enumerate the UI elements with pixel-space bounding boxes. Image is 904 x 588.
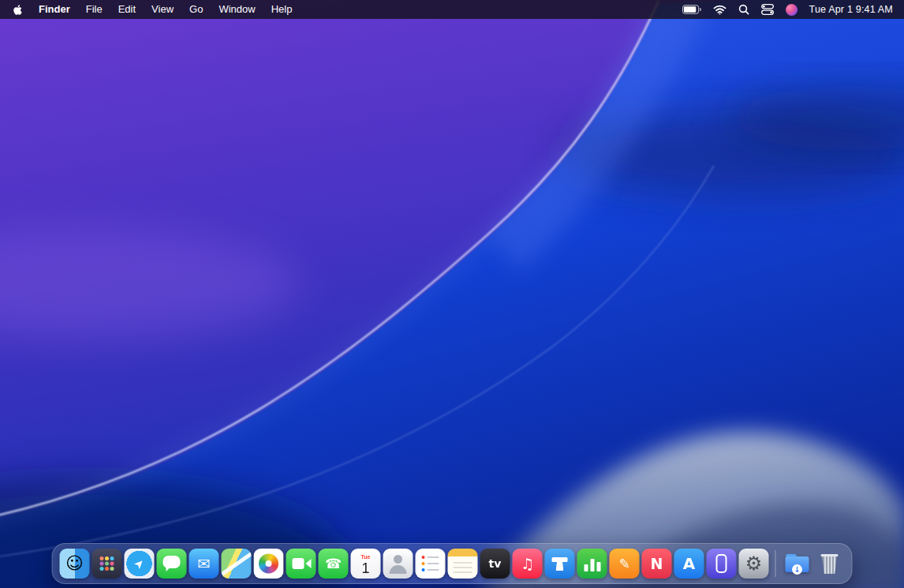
menu-view[interactable]: View <box>144 3 181 15</box>
safari-icon: ➤ <box>125 549 155 579</box>
menu-finder[interactable]: Finder <box>31 3 78 15</box>
messages-icon <box>157 549 187 579</box>
dock-facetime[interactable] <box>286 549 316 579</box>
apple-menu[interactable] <box>11 4 31 16</box>
dock-messages[interactable] <box>157 549 187 579</box>
macos-desktop: FinderFileEditViewGoWindowHelp <box>0 0 904 588</box>
dock-trash[interactable] <box>815 549 845 579</box>
dock-pages[interactable]: ✎ <box>610 549 640 579</box>
keynote-icon <box>545 549 575 579</box>
siri-icon[interactable] <box>786 4 798 16</box>
dock-notes[interactable] <box>448 549 478 579</box>
dock-divider <box>775 550 776 577</box>
dock-app-store[interactable]: A <box>674 549 704 579</box>
pages-glyph: ✎ <box>618 557 629 571</box>
desktop[interactable] <box>0 0 904 588</box>
photos-icon <box>254 549 284 579</box>
facetime-icon <box>286 549 316 579</box>
phone-glyph: ☎ <box>325 557 342 571</box>
dock-launchpad[interactable] <box>92 549 122 579</box>
trash-icon <box>815 549 845 579</box>
phone-icon: ☎ <box>319 549 349 579</box>
music-glyph: ♫ <box>521 556 534 571</box>
reminders-icon <box>416 549 446 579</box>
siri-orb <box>786 4 798 16</box>
dock-photos[interactable] <box>254 549 284 579</box>
tv-icon: tv <box>480 549 510 579</box>
news-glyph: N <box>651 556 663 571</box>
calendar-weekday: Tue <box>361 554 371 560</box>
menu-bar-clock[interactable]: Tue Apr 1 9:41 AM <box>809 4 893 15</box>
dock-numbers[interactable] <box>577 549 607 579</box>
dock-iphone-mirroring[interactable] <box>707 549 737 579</box>
pages-icon: ✎ <box>610 549 640 579</box>
mail-glyph: ✉ <box>198 556 211 571</box>
dock-mail[interactable]: ✉ <box>189 549 219 579</box>
menu-window[interactable]: Window <box>211 3 263 15</box>
apple-logo-icon <box>13 4 23 16</box>
menu-go[interactable]: Go <box>181 3 211 15</box>
maps-icon <box>222 549 252 579</box>
dock-maps[interactable] <box>222 549 252 579</box>
control-center-icon[interactable] <box>761 4 774 15</box>
dock-phone[interactable]: ☎ <box>319 549 349 579</box>
notes-icon <box>448 549 478 579</box>
wifi-icon[interactable] <box>713 5 727 15</box>
dock-downloads[interactable]: ↓ <box>783 549 812 579</box>
dock-finder[interactable]: ☺ <box>60 549 90 579</box>
menu-file[interactable]: File <box>78 3 110 15</box>
dock-keynote[interactable] <box>545 549 575 579</box>
desktop-wallpaper <box>0 0 904 588</box>
spotlight-icon[interactable] <box>738 4 749 15</box>
numbers-icon <box>577 549 607 579</box>
contacts-icon <box>383 549 413 579</box>
app-store-glyph: A <box>683 556 695 571</box>
dock-music[interactable]: ♫ <box>513 549 543 579</box>
dock-calendar[interactable]: Tue1 <box>351 549 381 579</box>
dock-tv[interactable]: tv <box>480 549 510 579</box>
dock-safari[interactable]: ➤ <box>125 549 155 579</box>
dock-system-settings[interactable]: ⚙ <box>739 549 769 579</box>
news-icon: N <box>642 549 672 579</box>
mail-icon: ✉ <box>189 549 219 579</box>
finder-icon: ☺ <box>60 549 90 579</box>
menu-edit[interactable]: Edit <box>110 3 144 15</box>
downloads-icon: ↓ <box>783 549 812 579</box>
status-area: Tue Apr 1 9:41 AM <box>682 4 893 16</box>
music-icon: ♫ <box>513 549 543 579</box>
tv-glyph: tv <box>489 558 502 569</box>
dock-reminders[interactable] <box>416 549 446 579</box>
calendar-day: 1 <box>361 560 369 576</box>
menu-left: FinderFileEditViewGoWindowHelp <box>11 0 300 19</box>
calendar-icon: Tue1 <box>351 549 381 579</box>
app-menus: FinderFileEditViewGoWindowHelp <box>31 0 300 19</box>
battery-icon[interactable] <box>682 5 701 14</box>
app-store-icon: A <box>674 549 704 579</box>
system-settings-icon: ⚙ <box>739 549 769 579</box>
finder-glyph: ☺ <box>65 555 84 572</box>
downloads-glyph: ↓ <box>792 564 802 575</box>
menu-bar: FinderFileEditViewGoWindowHelp <box>0 0 904 19</box>
dock-news[interactable]: N <box>642 549 672 579</box>
system-settings-glyph: ⚙ <box>745 554 763 573</box>
menu-help[interactable]: Help <box>263 3 301 15</box>
dock-contacts[interactable] <box>383 549 413 579</box>
launchpad-icon <box>92 549 122 579</box>
iphone-mirroring-icon <box>707 549 737 579</box>
dock: ☺➤✉☎Tue1tv♫✎NA⚙↓ <box>52 543 853 584</box>
safari-glyph: ➤ <box>132 556 148 571</box>
